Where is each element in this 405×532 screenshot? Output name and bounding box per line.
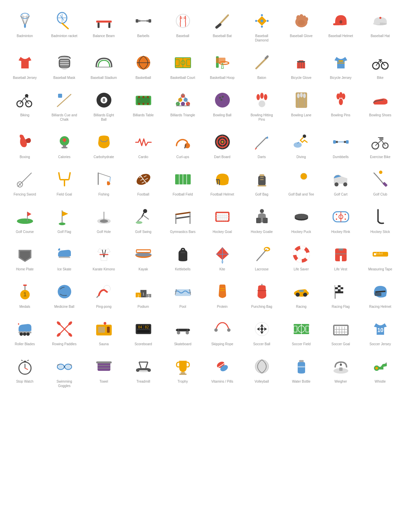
- icon-item: Billiards Cue and Chalk: [46, 86, 82, 124]
- svg-point-110: [297, 93, 300, 98]
- icon-item: Golf Club: [362, 165, 398, 199]
- svg-text:02: 02: [144, 325, 148, 329]
- svg-rect-42: [373, 23, 380, 25]
- icon-visual: [291, 281, 312, 302]
- icon-item: Home Plate: [7, 240, 43, 274]
- svg-point-20: [176, 14, 190, 28]
- icon-item: Fencing Sword: [7, 165, 43, 199]
- svg-rect-152: [64, 180, 65, 186]
- icon-visual: [291, 169, 312, 190]
- icon-visual: [212, 89, 233, 111]
- svg-rect-365: [299, 360, 304, 362]
- svg-rect-122: [61, 147, 68, 148]
- icon-visual: [172, 10, 194, 32]
- svg-line-341: [21, 360, 23, 361]
- svg-point-288: [23, 332, 26, 336]
- icon-visual: [172, 52, 194, 73]
- icon-item: Whistle: [362, 352, 398, 391]
- icon-visual: [251, 10, 273, 32]
- icon-item: Kettlebells: [165, 240, 201, 274]
- icon-item: Bowling Pins: [323, 86, 359, 124]
- icon-item: Diving: [283, 128, 319, 162]
- icon-item: Basketball Court: [165, 49, 201, 83]
- icon-item: Golf Hole: [86, 203, 122, 237]
- icon-visual: [54, 356, 75, 377]
- svg-rect-368: [339, 367, 343, 371]
- svg-rect-272: [299, 290, 304, 292]
- icon-visual: [212, 52, 233, 73]
- icon-label: Football: [137, 192, 150, 197]
- icon-label: Stop Watch: [16, 379, 33, 384]
- svg-line-342: [27, 360, 29, 361]
- icon-item: Racing Flag: [323, 277, 359, 312]
- svg-point-102: [220, 99, 222, 101]
- icon-item: Baseball Mask: [46, 49, 82, 83]
- icon-label: Golf Club: [373, 192, 387, 197]
- icon-item: Biking: [7, 86, 43, 124]
- icon-item: Golf Course: [7, 203, 43, 237]
- icon-label: Diving: [297, 155, 306, 159]
- svg-rect-212: [263, 218, 268, 223]
- icon-visual: [291, 52, 312, 73]
- svg-point-116: [339, 98, 343, 105]
- svg-rect-171: [260, 174, 264, 176]
- icon-visual: [370, 52, 391, 73]
- icon-label: Racing: [296, 304, 306, 309]
- icon-item: Calories: [46, 128, 82, 162]
- svg-rect-147: [379, 138, 383, 140]
- svg-point-101: [222, 96, 224, 98]
- icon-visual: [251, 169, 273, 190]
- svg-text:04: 04: [138, 325, 142, 329]
- svg-rect-174: [258, 185, 266, 186]
- icon-label: Badminton racket: [51, 34, 78, 38]
- svg-point-219: [345, 214, 346, 215]
- svg-point-89: [138, 103, 140, 105]
- icon-item: Skateboard: [165, 315, 201, 349]
- icon-label: Soccer Ball: [253, 342, 270, 346]
- svg-marker-134: [266, 136, 268, 139]
- icon-item: Curl-ups: [165, 128, 201, 162]
- icon-label: Basketball: [135, 76, 151, 80]
- icon-visual: [133, 10, 154, 32]
- icon-label: Water Bottle: [292, 379, 310, 384]
- icon-visual: [291, 243, 312, 265]
- icon-label: Kettlebells: [175, 267, 190, 271]
- svg-point-35: [299, 14, 303, 20]
- svg-rect-63: [297, 61, 305, 62]
- svg-rect-13: [98, 23, 100, 28]
- svg-point-179: [334, 182, 339, 186]
- icon-label: Rowing Paddles: [52, 342, 76, 346]
- icon-visual: [54, 281, 75, 302]
- icon-item: Badminton: [7, 7, 43, 45]
- icon-visual: [172, 356, 194, 377]
- icon-item: Fishing: [86, 165, 122, 199]
- icon-label: Hockey Goalie: [251, 230, 273, 234]
- icon-item: Football Field: [165, 165, 201, 199]
- icon-item: Skipping Rope: [204, 315, 240, 349]
- icon-label: Bike: [377, 76, 383, 80]
- icon-item: Stop Watch: [7, 352, 43, 391]
- icon-label: Field Goal: [57, 192, 72, 197]
- svg-point-229: [135, 253, 152, 257]
- icon-item: Darts: [244, 128, 280, 162]
- icon-item: 10Soccer Jersey: [362, 315, 398, 349]
- svg-point-308: [177, 331, 180, 334]
- icon-label: Baseball Stadium: [91, 76, 117, 80]
- svg-point-354: [136, 368, 139, 372]
- icon-visual: [172, 318, 194, 340]
- icon-visual: [133, 52, 154, 73]
- icon-label: Kayak: [139, 267, 148, 271]
- icon-visual: [133, 131, 154, 153]
- icon-visual: [251, 52, 273, 73]
- icon-item: Bicycle Jersey: [323, 49, 359, 83]
- icon-visual: [212, 206, 233, 228]
- icon-label: Barbells: [137, 34, 149, 38]
- icon-visual: [330, 131, 352, 153]
- icon-visual: [212, 318, 233, 340]
- icon-item: Field Goal: [46, 165, 82, 199]
- icon-item: Balance Beam: [86, 7, 122, 45]
- icon-item: Treadmill: [125, 352, 161, 391]
- icon-label: Home Plate: [16, 267, 33, 271]
- icon-item: Bowling Lane: [283, 86, 319, 124]
- icon-item: Baseball: [165, 7, 201, 45]
